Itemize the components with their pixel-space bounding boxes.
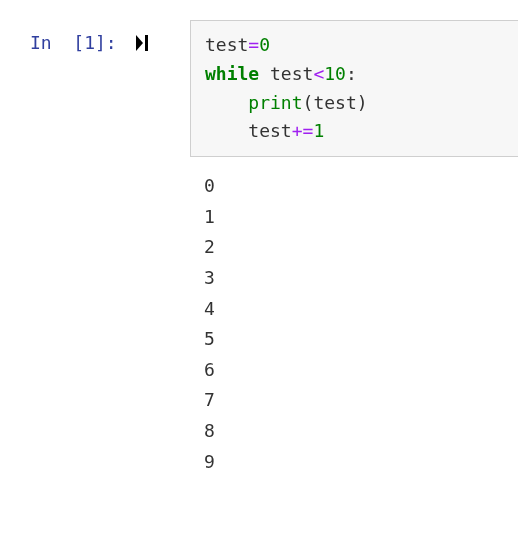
code-token: = <box>248 34 259 55</box>
output-row: 0 1 2 3 4 5 6 7 8 9 <box>30 171 518 477</box>
code-token: 10 <box>324 63 346 84</box>
output-line: 3 <box>204 267 215 288</box>
code-token <box>205 120 248 141</box>
code-token: += <box>292 120 314 141</box>
prompt-area: In [1]: <box>30 20 190 56</box>
output-line: 6 <box>204 359 215 380</box>
output-line: 4 <box>204 298 215 319</box>
code-token: ) <box>357 92 368 113</box>
output-line: 5 <box>204 328 215 349</box>
code-token: test <box>270 63 313 84</box>
output-line: 8 <box>204 420 215 441</box>
code-token: test <box>205 34 248 55</box>
output-line: 9 <box>204 451 215 472</box>
output-line: 2 <box>204 236 215 257</box>
code-token: test <box>313 92 356 113</box>
output-gutter <box>30 171 190 477</box>
code-token: ( <box>303 92 314 113</box>
code-token: while <box>205 63 259 84</box>
code-token: : <box>346 63 357 84</box>
input-prompt: In [1]: <box>30 20 117 53</box>
output-line: 7 <box>204 389 215 410</box>
run-cell-icon[interactable] <box>135 34 151 56</box>
code-token: print <box>248 92 302 113</box>
output-line: 1 <box>204 206 215 227</box>
cell-output: 0 1 2 3 4 5 6 7 8 9 <box>190 171 518 477</box>
code-token: test <box>248 120 291 141</box>
code-token <box>205 92 248 113</box>
svg-rect-0 <box>145 35 148 51</box>
code-editor[interactable]: test=0 while test<10: print(test) test+=… <box>190 20 518 157</box>
code-token: < <box>313 63 324 84</box>
output-line: 0 <box>204 175 215 196</box>
code-token: 1 <box>313 120 324 141</box>
code-cell: In [1]: test=0 while test<10: print(test… <box>30 20 518 157</box>
code-token: 0 <box>259 34 270 55</box>
